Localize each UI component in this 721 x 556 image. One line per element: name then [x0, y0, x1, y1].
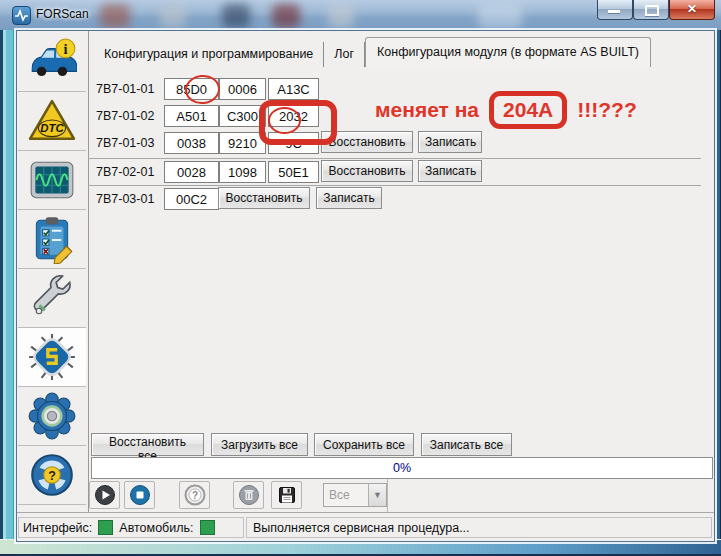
oscilloscope-icon — [27, 155, 77, 205]
close-icon: ✕ — [670, 2, 714, 16]
save-button[interactable] — [271, 481, 302, 509]
app-icon — [12, 6, 31, 25]
asbuilt-field[interactable] — [268, 78, 319, 100]
titlebar: FORScan ✕ — [0, 0, 721, 31]
asbuilt-field[interactable] — [219, 132, 266, 154]
interface-label: Интерфейс: — [23, 521, 92, 535]
annotation-suffix: !!!??? — [577, 98, 636, 122]
steering-wheel-help-icon: ? — [27, 450, 77, 500]
svg-text:i: i — [64, 41, 68, 57]
save-all-button[interactable]: Сохранить все — [314, 433, 414, 456]
vehicle-label: Автомобиль: — [119, 521, 193, 535]
taskbar-blob — [100, 4, 130, 28]
tab-bar: Конфигурация и программирование Лог Конф… — [94, 39, 651, 67]
vehicle-status-indicator — [200, 520, 215, 535]
play-button[interactable] — [89, 481, 120, 509]
toolbar-divider — [387, 479, 388, 512]
row-label: 7B7-01-01 — [96, 78, 158, 100]
sidebar-item-dtc[interactable]: DTC — [18, 92, 86, 151]
annotation-text: меняет на 204A !!!??? — [375, 91, 637, 129]
help-icon: ? — [184, 484, 206, 506]
car-info-icon: i — [27, 37, 77, 87]
filter-value: Все — [324, 488, 368, 502]
stop-button[interactable] — [124, 481, 155, 509]
content-area: i DTC — [16, 30, 715, 542]
taskbar-blob — [478, 4, 522, 28]
load-all-button[interactable]: Загрузить все — [211, 433, 308, 456]
minimize-button[interactable] — [597, 0, 633, 20]
sidebar: i DTC — [17, 31, 89, 513]
chevron-down-icon: ▼ — [368, 484, 386, 506]
svg-text:?: ? — [191, 490, 197, 501]
forscan-window: FORScan ✕ i — [0, 0, 721, 556]
stop-icon — [129, 484, 151, 506]
minimize-icon — [608, 10, 620, 13]
annotation-prefix: меняет на — [375, 98, 479, 122]
asbuilt-field[interactable] — [268, 161, 319, 183]
sidebar-item-tests[interactable] — [18, 210, 86, 269]
write-button[interactable]: Записать — [418, 160, 482, 182]
restore-button[interactable]: Восстановить — [321, 160, 413, 182]
sidebar-item-oscilloscope[interactable] — [18, 151, 86, 210]
write-all-button[interactable]: Записать все — [421, 433, 512, 456]
play-icon — [94, 484, 116, 506]
row-label: 7B7-01-03 — [96, 132, 158, 154]
trash-icon — [238, 484, 260, 506]
status-message-panel: Выполняется сервисная процедура... — [246, 517, 712, 538]
restore-all-button[interactable]: Восстановить все — [91, 433, 204, 456]
connection-status-panel: Интерфейс: Автомобиль: — [18, 517, 244, 538]
maximize-button[interactable] — [633, 0, 669, 20]
status-bar: Интерфейс: Автомобиль: Выполняется серви… — [17, 515, 714, 540]
asbuilt-field[interactable] — [219, 78, 266, 100]
row-label: 7B7-02-01 — [96, 161, 158, 183]
progress-value: 0% — [393, 461, 411, 475]
asbuilt-field[interactable] — [164, 188, 219, 210]
svg-text:DTC: DTC — [40, 122, 64, 134]
sidebar-item-programming[interactable] — [18, 328, 86, 387]
sidebar-item-settings[interactable] — [18, 387, 86, 446]
gear-icon — [27, 391, 77, 441]
write-button[interactable]: Записать — [418, 131, 482, 153]
taskbar-blob — [160, 4, 186, 28]
group-separator — [88, 185, 701, 186]
restore-button[interactable]: Восстановить — [218, 187, 310, 209]
close-button[interactable]: ✕ — [669, 0, 715, 20]
asbuilt-field[interactable] — [268, 105, 319, 127]
delete-button[interactable] — [233, 481, 264, 509]
annotation-value: 204A — [489, 91, 567, 129]
asbuilt-field[interactable] — [219, 161, 266, 183]
restore-button[interactable]: Восстановить — [321, 131, 413, 153]
maximize-icon — [645, 5, 659, 16]
dtc-icon: DTC — [27, 96, 77, 146]
taskbar-blob — [272, 4, 300, 28]
tab-log[interactable]: Лог — [324, 42, 365, 67]
chip-icon — [27, 332, 77, 382]
interface-status-indicator — [98, 520, 113, 535]
floppy-save-icon — [276, 484, 298, 506]
asbuilt-field[interactable] — [219, 105, 266, 127]
module-filter-select[interactable]: Все ▼ — [323, 483, 387, 507]
tab-configuration-programming[interactable]: Конфигурация и программирование — [94, 42, 324, 67]
sidebar-item-service[interactable] — [18, 269, 86, 328]
window-title: FORScan — [36, 7, 89, 21]
tab-module-config-as-built[interactable]: Конфигурация модуля (в формате AS BUILT) — [365, 37, 651, 67]
taskbar-blob — [328, 4, 354, 28]
asbuilt-field[interactable] — [164, 105, 219, 127]
svg-text:?: ? — [48, 469, 56, 483]
asbuilt-field[interactable] — [164, 161, 219, 183]
asbuilt-field[interactable] — [164, 132, 219, 154]
asbuilt-field[interactable] — [268, 132, 319, 154]
sidebar-item-vehicle-info[interactable]: i — [18, 33, 86, 92]
tests-icon — [27, 214, 77, 264]
group-separator — [88, 158, 701, 159]
sidebar-item-about[interactable]: ? — [18, 446, 86, 505]
row-label: 7B7-03-01 — [96, 188, 158, 210]
taskbar-blob — [222, 4, 250, 28]
progress-bar: 0% — [91, 457, 713, 479]
status-message: Выполняется сервисная процедура... — [253, 521, 470, 535]
row-label: 7B7-01-02 — [96, 105, 158, 127]
write-button[interactable]: Записать — [316, 187, 382, 209]
service-help-button[interactable]: ? — [179, 481, 210, 509]
toolbar-separator — [17, 512, 714, 513]
asbuilt-field[interactable] — [164, 78, 219, 100]
